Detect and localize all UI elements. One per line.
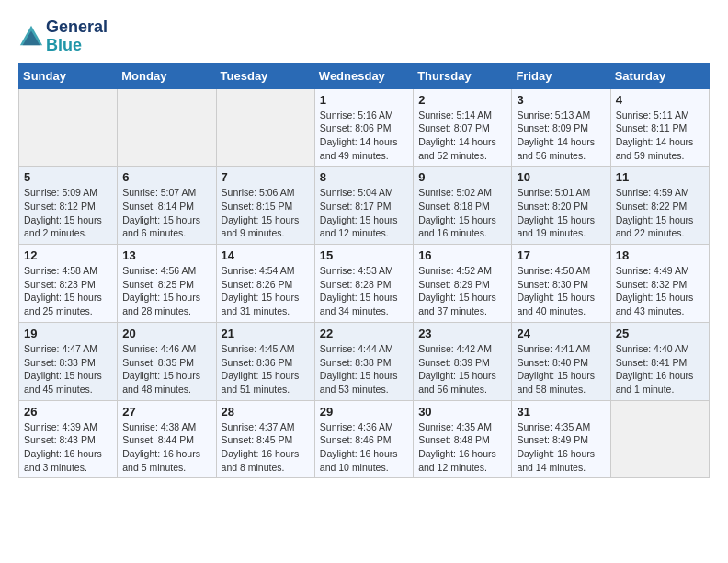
day-cell: 25Sunrise: 4:40 AMSunset: 8:41 PMDayligh… — [610, 322, 709, 400]
day-info: Sunrise: 4:35 AMSunset: 8:49 PMDaylight:… — [517, 420, 605, 475]
weekday-row: SundayMondayTuesdayWednesdayThursdayFrid… — [19, 63, 710, 88]
logo-text: GeneralBlue — [46, 18, 108, 55]
day-info: Sunrise: 4:52 AMSunset: 8:29 PMDaylight:… — [418, 264, 506, 318]
day-cell: 12Sunrise: 4:58 AMSunset: 8:23 PMDayligh… — [19, 245, 118, 323]
day-info: Sunrise: 5:02 AMSunset: 8:18 PMDaylight:… — [418, 186, 506, 240]
day-number: 20 — [122, 327, 210, 340]
day-cell: 6Sunrise: 5:07 AMSunset: 8:14 PMDaylight… — [118, 167, 216, 245]
day-cell: 14Sunrise: 4:54 AMSunset: 8:26 PMDayligh… — [216, 245, 314, 323]
day-number: 26 — [24, 405, 112, 419]
day-cell: 19Sunrise: 4:47 AMSunset: 8:33 PMDayligh… — [19, 322, 118, 400]
day-cell: 20Sunrise: 4:46 AMSunset: 8:35 PMDayligh… — [118, 322, 216, 400]
day-info: Sunrise: 5:13 AMSunset: 8:09 PMDaylight:… — [517, 109, 605, 163]
day-cell: 28Sunrise: 4:37 AMSunset: 8:45 PMDayligh… — [216, 400, 314, 478]
day-number: 12 — [24, 248, 112, 262]
day-number: 17 — [517, 248, 605, 262]
day-number: 24 — [517, 327, 605, 340]
day-number: 15 — [320, 248, 408, 262]
day-cell: 21Sunrise: 4:45 AMSunset: 8:36 PMDayligh… — [216, 322, 314, 400]
day-number: 23 — [418, 327, 506, 340]
day-info: Sunrise: 4:44 AMSunset: 8:38 PMDaylight:… — [320, 342, 408, 396]
week-row-3: 12Sunrise: 4:58 AMSunset: 8:23 PMDayligh… — [19, 245, 710, 323]
day-cell: 24Sunrise: 4:41 AMSunset: 8:40 PMDayligh… — [512, 322, 610, 400]
calendar-table: SundayMondayTuesdayWednesdayThursdayFrid… — [18, 63, 710, 479]
day-info: Sunrise: 5:11 AMSunset: 8:11 PMDaylight:… — [616, 109, 704, 163]
day-cell: 17Sunrise: 4:50 AMSunset: 8:30 PMDayligh… — [512, 245, 610, 323]
weekday-header-monday: Monday — [118, 63, 216, 88]
day-info: Sunrise: 4:46 AMSunset: 8:35 PMDaylight:… — [122, 342, 210, 396]
day-cell: 23Sunrise: 4:42 AMSunset: 8:39 PMDayligh… — [414, 322, 512, 400]
day-info: Sunrise: 5:09 AMSunset: 8:12 PMDaylight:… — [24, 186, 112, 240]
day-info: Sunrise: 5:04 AMSunset: 8:17 PMDaylight:… — [320, 186, 408, 240]
day-cell: 10Sunrise: 5:01 AMSunset: 8:20 PMDayligh… — [512, 167, 610, 245]
day-info: Sunrise: 4:58 AMSunset: 8:23 PMDaylight:… — [24, 264, 112, 318]
day-cell: 4Sunrise: 5:11 AMSunset: 8:11 PMDaylight… — [610, 88, 709, 167]
day-number: 13 — [122, 248, 210, 262]
day-info: Sunrise: 5:01 AMSunset: 8:20 PMDaylight:… — [517, 186, 605, 240]
day-number: 31 — [517, 405, 605, 419]
day-number: 30 — [418, 405, 506, 419]
day-cell: 9Sunrise: 5:02 AMSunset: 8:18 PMDaylight… — [414, 167, 512, 245]
day-number: 8 — [320, 170, 408, 184]
day-info: Sunrise: 4:35 AMSunset: 8:48 PMDaylight:… — [418, 420, 506, 475]
day-number: 18 — [616, 248, 704, 262]
day-number: 14 — [222, 248, 310, 262]
day-cell: 2Sunrise: 5:14 AMSunset: 8:07 PMDaylight… — [414, 88, 512, 167]
day-info: Sunrise: 4:38 AMSunset: 8:44 PMDaylight:… — [122, 420, 210, 475]
day-cell: 13Sunrise: 4:56 AMSunset: 8:25 PMDayligh… — [118, 245, 216, 323]
day-info: Sunrise: 4:54 AMSunset: 8:26 PMDaylight:… — [222, 264, 310, 318]
day-info: Sunrise: 4:40 AMSunset: 8:41 PMDaylight:… — [616, 342, 704, 396]
day-number: 22 — [320, 327, 408, 340]
logo: GeneralBlue — [18, 18, 108, 55]
day-number: 7 — [222, 170, 310, 184]
day-cell: 27Sunrise: 4:38 AMSunset: 8:44 PMDayligh… — [118, 400, 216, 478]
day-number: 19 — [24, 327, 112, 340]
day-info: Sunrise: 5:14 AMSunset: 8:07 PMDaylight:… — [418, 109, 506, 163]
day-number: 11 — [616, 170, 704, 184]
day-cell — [216, 88, 314, 167]
weekday-header-friday: Friday — [512, 63, 610, 88]
weekday-header-wednesday: Wednesday — [314, 63, 413, 88]
day-number: 4 — [616, 93, 704, 107]
day-info: Sunrise: 4:47 AMSunset: 8:33 PMDaylight:… — [24, 342, 112, 396]
day-cell — [610, 400, 709, 478]
day-number: 9 — [418, 170, 506, 184]
calendar-body: 1Sunrise: 5:16 AMSunset: 8:06 PMDaylight… — [19, 88, 710, 478]
day-number: 16 — [418, 248, 506, 262]
day-cell — [19, 88, 118, 167]
day-info: Sunrise: 4:53 AMSunset: 8:28 PMDaylight:… — [320, 264, 408, 318]
day-info: Sunrise: 4:59 AMSunset: 8:22 PMDaylight:… — [616, 186, 704, 240]
logo-icon — [18, 24, 44, 50]
day-cell: 18Sunrise: 4:49 AMSunset: 8:32 PMDayligh… — [610, 245, 709, 323]
day-cell: 31Sunrise: 4:35 AMSunset: 8:49 PMDayligh… — [512, 400, 610, 478]
day-number: 21 — [222, 327, 310, 340]
day-number: 3 — [517, 93, 605, 107]
day-cell: 26Sunrise: 4:39 AMSunset: 8:43 PMDayligh… — [19, 400, 118, 478]
page-header: GeneralBlue — [18, 18, 710, 55]
day-number: 6 — [122, 170, 210, 184]
week-row-4: 19Sunrise: 4:47 AMSunset: 8:33 PMDayligh… — [19, 322, 710, 400]
day-info: Sunrise: 4:56 AMSunset: 8:25 PMDaylight:… — [122, 264, 210, 318]
day-number: 1 — [320, 93, 408, 107]
day-info: Sunrise: 4:41 AMSunset: 8:40 PMDaylight:… — [517, 342, 605, 396]
day-info: Sunrise: 4:36 AMSunset: 8:46 PMDaylight:… — [320, 420, 408, 475]
day-info: Sunrise: 4:45 AMSunset: 8:36 PMDaylight:… — [222, 342, 310, 396]
day-info: Sunrise: 4:39 AMSunset: 8:43 PMDaylight:… — [24, 420, 112, 475]
day-number: 28 — [222, 405, 310, 419]
day-number: 29 — [320, 405, 408, 419]
day-number: 25 — [616, 327, 704, 340]
day-number: 2 — [418, 93, 506, 107]
day-cell — [118, 88, 216, 167]
weekday-header-sunday: Sunday — [19, 63, 118, 88]
day-info: Sunrise: 4:50 AMSunset: 8:30 PMDaylight:… — [517, 264, 605, 318]
week-row-5: 26Sunrise: 4:39 AMSunset: 8:43 PMDayligh… — [19, 400, 710, 478]
day-cell: 15Sunrise: 4:53 AMSunset: 8:28 PMDayligh… — [314, 245, 413, 323]
day-info: Sunrise: 5:07 AMSunset: 8:14 PMDaylight:… — [122, 186, 210, 240]
week-row-1: 1Sunrise: 5:16 AMSunset: 8:06 PMDaylight… — [19, 88, 710, 167]
calendar-header: SundayMondayTuesdayWednesdayThursdayFrid… — [19, 63, 710, 88]
day-info: Sunrise: 5:06 AMSunset: 8:15 PMDaylight:… — [222, 186, 310, 240]
day-cell: 22Sunrise: 4:44 AMSunset: 8:38 PMDayligh… — [314, 322, 413, 400]
day-cell: 30Sunrise: 4:35 AMSunset: 8:48 PMDayligh… — [414, 400, 512, 478]
day-cell: 3Sunrise: 5:13 AMSunset: 8:09 PMDaylight… — [512, 88, 610, 167]
day-number: 10 — [517, 170, 605, 184]
